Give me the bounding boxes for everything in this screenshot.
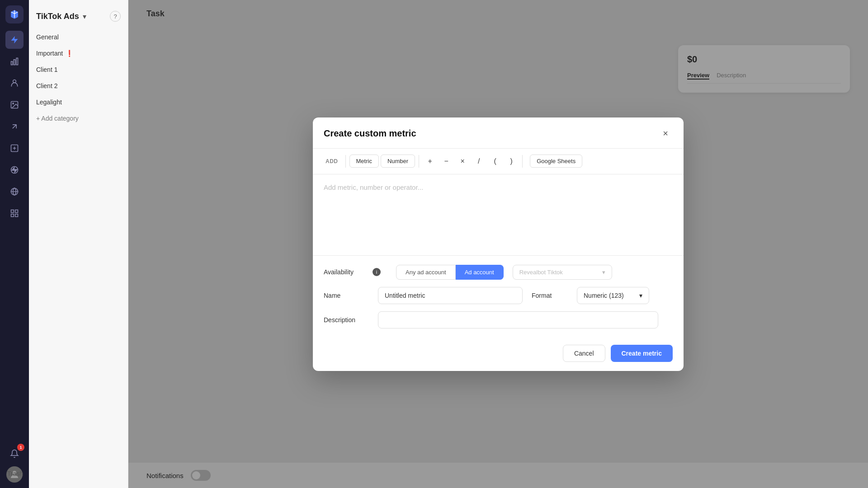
svg-rect-9 xyxy=(11,210,14,213)
plus-op[interactable]: + xyxy=(423,154,437,169)
modal-overlay: Create custom metric × ADD Metric Number… xyxy=(128,0,868,488)
description-label: Description xyxy=(324,316,369,324)
nav-item-client1[interactable]: Client 1 xyxy=(29,61,128,78)
important-exclamation: ❗ xyxy=(66,50,73,57)
svg-point-5 xyxy=(13,103,14,104)
svg-rect-1 xyxy=(14,60,15,65)
account-placeholder: Revealbot Tiktok xyxy=(519,269,563,276)
svg-rect-12 xyxy=(15,214,18,217)
close-button[interactable]: × xyxy=(658,127,673,141)
help-icon[interactable]: ? xyxy=(110,11,121,22)
number-button[interactable]: Number xyxy=(381,155,415,168)
sidebar-item-grid[interactable] xyxy=(5,204,24,222)
format-label: Format xyxy=(532,292,568,299)
main-content: Task $0 Preview Description Notification… xyxy=(128,0,868,488)
minus-op[interactable]: − xyxy=(439,154,453,169)
cancel-button[interactable]: Cancel xyxy=(563,345,605,362)
dialog-title: Create custom metric xyxy=(324,128,416,139)
formula-area[interactable]: Add metric, number or operator... xyxy=(313,174,684,256)
trash-item[interactable]: Trash xyxy=(7,470,23,477)
ad-account-button[interactable]: Ad account xyxy=(456,265,504,280)
metric-button[interactable]: Metric xyxy=(349,155,379,168)
app-logo[interactable] xyxy=(5,5,24,23)
sidebar: 1 xyxy=(0,0,29,488)
sidebar-item-addbox[interactable] xyxy=(5,139,24,157)
name-format-row: Name Format Numeric (123) ▾ xyxy=(324,287,673,304)
availability-info-icon: i xyxy=(373,268,381,276)
availability-row: Availability i Any ad account Ad account… xyxy=(324,265,673,280)
format-select[interactable]: Numeric (123) ▾ xyxy=(577,287,649,304)
notification-bell[interactable]: 1 xyxy=(5,445,24,463)
svg-point-3 xyxy=(13,80,16,83)
formula-placeholder: Add metric, number or operator... xyxy=(324,183,423,191)
open-paren[interactable]: ( xyxy=(488,154,502,169)
description-input[interactable] xyxy=(378,311,658,328)
format-value: Numeric (123) xyxy=(584,292,624,299)
sidebar-item-user[interactable] xyxy=(5,74,24,92)
sidebar-item-zap[interactable] xyxy=(5,161,24,179)
availability-toggle: Any ad account Ad account xyxy=(396,265,504,280)
nav-item-legalight[interactable]: Legalight xyxy=(29,94,128,110)
panel-header: TikTok Ads ▾ ? xyxy=(29,7,128,29)
add-category-button[interactable]: + Add category xyxy=(29,110,128,127)
google-sheets-button[interactable]: Google Sheets xyxy=(530,155,582,168)
close-paren[interactable]: ) xyxy=(504,154,519,169)
sidebar-item-arrow[interactable] xyxy=(5,117,24,136)
sidebar-item-chart[interactable] xyxy=(5,52,24,70)
nav-item-important[interactable]: Important ❗ xyxy=(29,45,128,61)
toolbar-divider-1 xyxy=(345,155,346,168)
toolbar-divider-2 xyxy=(419,155,419,168)
notification-badge: 1 xyxy=(17,444,24,451)
availability-label: Availability xyxy=(324,268,369,276)
account-chevron-icon: ▾ xyxy=(602,269,605,276)
nav-item-client2[interactable]: Client 2 xyxy=(29,78,128,94)
create-metric-dialog: Create custom metric × ADD Metric Number… xyxy=(313,117,684,371)
panel-title: TikTok Ads xyxy=(36,12,79,21)
dialog-header: Create custom metric × xyxy=(313,117,684,149)
name-label: Name xyxy=(324,292,369,299)
svg-rect-2 xyxy=(16,58,18,65)
description-row: Description xyxy=(324,311,673,328)
svg-rect-11 xyxy=(11,214,14,217)
sidebar-item-globe[interactable] xyxy=(5,183,24,201)
sidebar-item-image[interactable] xyxy=(5,96,24,114)
dialog-bottom: Availability i Any ad account Ad account… xyxy=(313,256,684,345)
divide-op[interactable]: / xyxy=(472,154,486,169)
dialog-footer: Cancel Create metric xyxy=(313,345,684,371)
sidebar-item-lightning[interactable] xyxy=(5,31,24,49)
svg-rect-0 xyxy=(11,61,13,65)
svg-rect-10 xyxy=(15,210,18,213)
dialog-toolbar: ADD Metric Number + − × / ( ) Google She… xyxy=(313,149,684,174)
account-select[interactable]: Revealbot Tiktok ▾ xyxy=(513,265,612,280)
toolbar-divider-3 xyxy=(522,155,523,168)
times-op[interactable]: × xyxy=(455,154,470,169)
format-chevron-icon: ▾ xyxy=(639,292,642,299)
add-label: ADD xyxy=(322,155,342,167)
create-metric-button[interactable]: Create metric xyxy=(611,345,673,362)
chevron-down-icon: ▾ xyxy=(83,12,86,21)
name-input[interactable] xyxy=(378,287,523,304)
left-panel: TikTok Ads ▾ ? General Important ❗ Clien… xyxy=(29,0,128,488)
any-ad-account-button[interactable]: Any ad account xyxy=(396,265,456,280)
nav-item-general[interactable]: General xyxy=(29,29,128,45)
